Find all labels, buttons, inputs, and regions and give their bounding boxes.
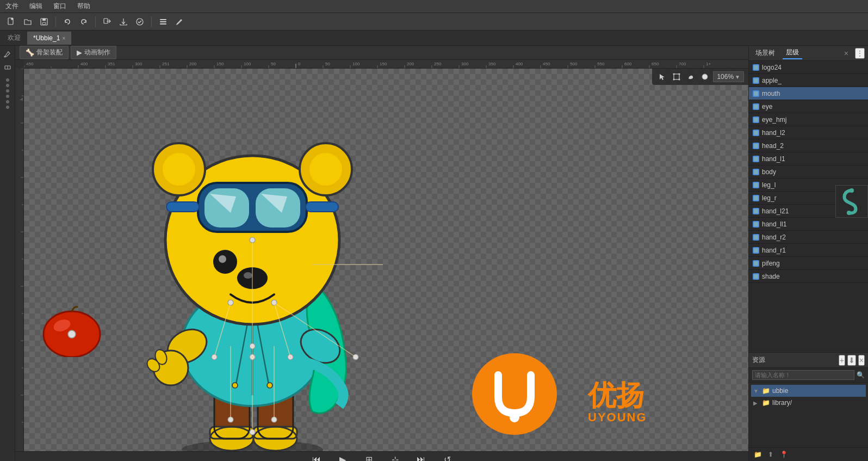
- scene-tree-tab[interactable]: 场景树: [752, 47, 778, 59]
- skeleton-mode-button[interactable]: 🦴 骨架装配: [20, 46, 69, 59]
- svg-rect-163: [754, 105, 758, 109]
- layer-icon-eye_hmj: [752, 116, 760, 124]
- publish-button[interactable]: [133, 15, 147, 29]
- svg-text:450: 450: [26, 62, 34, 66]
- svg-text:350: 350: [488, 62, 496, 66]
- layer-item-eye_hmj[interactable]: eye_hmj: [749, 113, 868, 126]
- tab-ubbie-close[interactable]: ×: [62, 35, 65, 41]
- uyoung-logo: 优扬 UYOUNG: [471, 353, 705, 440]
- svg-point-81: [673, 79, 675, 81]
- red-apple-object[interactable]: [39, 303, 104, 357]
- layer-item-body[interactable]: body: [749, 165, 868, 179]
- svg-rect-8: [160, 23, 166, 24]
- layer-item-mouth[interactable]: mouth: [749, 87, 868, 100]
- left-dot-3: [6, 89, 9, 93]
- menu-window[interactable]: 窗口: [51, 1, 69, 12]
- svg-rect-162: [754, 91, 758, 96]
- layer-item-hand_r1[interactable]: hand_r1: [749, 244, 868, 257]
- layer-icon-hand_r2: [752, 233, 760, 241]
- timeline-end-button[interactable]: ⏭: [413, 452, 429, 461]
- settings-button[interactable]: [156, 15, 170, 29]
- eraser-tool-button[interactable]: [2, 61, 14, 73]
- resource-new-folder-button[interactable]: 📁: [752, 449, 763, 460]
- layer-item-head_2[interactable]: head_2: [749, 139, 868, 152]
- svg-point-117: [163, 153, 195, 186]
- timeline-loop-button[interactable]: ↺: [439, 452, 455, 461]
- menu-bar: 文件 编辑 窗口 帮助: [0, 0, 868, 13]
- new-file-button[interactable]: [4, 15, 18, 29]
- resource-name-library/: library/: [772, 399, 792, 407]
- layer-item-hand_l1[interactable]: hand_l1: [749, 152, 868, 165]
- svg-point-127: [219, 255, 226, 263]
- ruler-corner: [15, 60, 24, 69]
- zoom-display: 106% ▼: [713, 71, 744, 82]
- import-button[interactable]: [100, 15, 114, 29]
- svg-text:1+: 1+: [706, 62, 711, 66]
- timeline-fit-button[interactable]: ⊞: [361, 452, 376, 461]
- draw-tool-button[interactable]: [2, 48, 14, 60]
- resource-search-input[interactable]: [752, 370, 854, 380]
- fill-tool-button[interactable]: [699, 71, 711, 83]
- animation-mode-button[interactable]: ▶ 动画制作: [71, 46, 116, 59]
- canvas-container: 🦴 骨架装配 ▶ 动画制作 .rt{font-size:8px;fill:#88…: [15, 46, 748, 461]
- resource-import2-button[interactable]: ⬆: [765, 449, 776, 460]
- edit-button[interactable]: [172, 15, 187, 29]
- left-dot-5: [6, 100, 9, 103]
- svg-rect-173: [754, 235, 758, 239]
- svg-text:400: 400: [80, 62, 88, 66]
- menu-help[interactable]: 帮助: [75, 1, 92, 12]
- svg-text:100: 100: [352, 62, 360, 66]
- layer-item-shade[interactable]: shade: [749, 270, 868, 283]
- resource-locate-button[interactable]: 📍: [778, 449, 789, 460]
- svg-rect-6: [160, 19, 166, 20]
- tab-welcome[interactable]: 欢迎: [2, 31, 26, 45]
- layer-icon-hand_l2: [752, 129, 760, 137]
- resource-add-button[interactable]: +: [839, 355, 845, 366]
- tab-ubbie[interactable]: *Ubbie_1 ×: [27, 32, 71, 45]
- svg-rect-172: [754, 222, 758, 226]
- layer-item-logo24[interactable]: logo24: [749, 61, 868, 74]
- menu-file[interactable]: 文件: [3, 1, 21, 12]
- svg-rect-7: [160, 21, 166, 22]
- toolbar: [0, 13, 868, 30]
- layer-name-apple_: apple_: [762, 77, 865, 84]
- resource-name-ubbie: ubbie: [772, 387, 788, 395]
- resource-search-icon[interactable]: 🔍: [857, 371, 865, 379]
- zoom-dropdown-icon[interactable]: ▼: [735, 74, 740, 80]
- timeline-start-button[interactable]: ⏮: [309, 452, 324, 461]
- layer-item-eye[interactable]: eye: [749, 100, 868, 113]
- save-file-button[interactable]: [37, 15, 51, 29]
- drawing-viewport[interactable]: 106% ▼: [24, 69, 748, 451]
- resource-item-library/[interactable]: ▶ 📁 library/: [751, 397, 866, 409]
- svg-point-79: [673, 73, 675, 75]
- layer-item-apple_[interactable]: apple_: [749, 74, 868, 87]
- layer-tab[interactable]: 层级: [783, 47, 802, 59]
- timeline-transform-button[interactable]: ⊹: [387, 452, 402, 461]
- transform-tool-button[interactable]: [671, 71, 683, 83]
- layer-item-hand_l2[interactable]: hand_l2: [749, 126, 868, 139]
- layer-item-hand_ll1[interactable]: hand_ll1: [749, 218, 868, 231]
- layer-panel-close[interactable]: ×: [844, 49, 848, 58]
- export-button[interactable]: [116, 15, 131, 29]
- timeline-play-button[interactable]: ▶: [335, 452, 350, 461]
- open-file-button[interactable]: [21, 15, 35, 29]
- menu-edit[interactable]: 编辑: [27, 1, 45, 12]
- pointer-tool-button[interactable]: [656, 71, 668, 83]
- redo-button[interactable]: [77, 15, 91, 29]
- skeleton-mode-label: 骨架装配: [36, 48, 63, 57]
- resource-import-button[interactable]: ⬇: [847, 355, 856, 366]
- layer-panel-icon-btn[interactable]: ⋮: [855, 48, 865, 59]
- layer-item-hand_r2[interactable]: hand_r2: [749, 231, 868, 244]
- svg-text:250: 250: [434, 62, 442, 66]
- resource-label: 资源: [752, 355, 836, 365]
- left-dot-1: [6, 78, 9, 82]
- right-panel: 场景树 层级 × ⋮ logo24 apple_: [748, 46, 868, 461]
- paint-tool-button[interactable]: [685, 71, 697, 83]
- resource-item-ubbie[interactable]: ▼ 📁 ubbie: [751, 385, 866, 397]
- layer-item-pifeng[interactable]: pifeng: [749, 257, 868, 270]
- resource-search-row: 🔍: [749, 368, 868, 383]
- svg-rect-166: [754, 144, 758, 148]
- undo-button[interactable]: [60, 15, 75, 29]
- mode-bar: 🦴 骨架装配 ▶ 动画制作: [15, 46, 748, 60]
- resource-close-button[interactable]: ×: [858, 355, 865, 366]
